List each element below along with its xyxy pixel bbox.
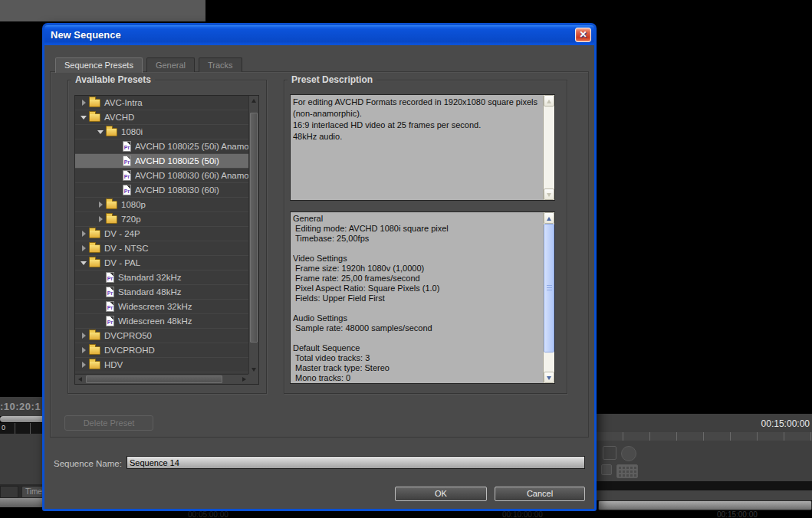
scroll-right-icon[interactable] bbox=[239, 375, 248, 384]
tree-item-label: AVCHD 1080i25 (50i) bbox=[135, 156, 219, 166]
tree-item[interactable]: Pr 1080i bbox=[75, 125, 248, 139]
timeline-ruler[interactable] bbox=[597, 432, 812, 441]
expander-icon[interactable] bbox=[112, 143, 123, 150]
expander-icon[interactable] bbox=[78, 361, 89, 369]
ok-button[interactable]: OK bbox=[395, 487, 487, 501]
folder-icon bbox=[89, 230, 100, 238]
expander-icon[interactable] bbox=[112, 186, 123, 194]
detail-line bbox=[293, 333, 542, 343]
keyframe-icon[interactable] bbox=[603, 446, 616, 460]
folder-icon bbox=[89, 259, 100, 267]
expander-icon[interactable] bbox=[78, 244, 89, 252]
expander-icon[interactable] bbox=[112, 157, 123, 165]
expander-icon[interactable] bbox=[95, 317, 106, 325]
close-button[interactable]: ✕ bbox=[575, 28, 591, 42]
dialog-titlebar[interactable]: New Sequence ✕ bbox=[44, 25, 594, 45]
tree-vscroll-thumb[interactable] bbox=[250, 113, 258, 343]
expander-icon[interactable] bbox=[95, 274, 106, 281]
dialog-title: New Sequence bbox=[51, 29, 121, 41]
delete-preset-button[interactable]: Delete Preset bbox=[64, 415, 153, 431]
expander-icon[interactable] bbox=[78, 259, 89, 267]
tree-item-label: 1080p bbox=[121, 200, 146, 209]
preset-file-icon: Pr bbox=[106, 301, 114, 312]
summary-scrollbar[interactable] bbox=[543, 95, 554, 200]
expander-icon[interactable] bbox=[95, 288, 106, 296]
magnet-icon[interactable] bbox=[621, 446, 636, 461]
tree-item[interactable]: Pr AVCHD 1080i30 (60i) bbox=[75, 183, 248, 198]
background-left-scrollbar[interactable] bbox=[0, 416, 42, 422]
scroll-down-icon[interactable] bbox=[544, 189, 554, 200]
scroll-up-icon[interactable] bbox=[249, 96, 258, 105]
folder-icon bbox=[89, 332, 100, 340]
preset-summary-text: For editing AVCHD Formats recorded in 19… bbox=[293, 97, 542, 198]
preset-file-icon: Pr bbox=[106, 272, 114, 283]
tree-item[interactable]: Pr DV - PAL bbox=[75, 256, 248, 270]
tree-item[interactable]: Pr AVCHD bbox=[75, 110, 248, 125]
cancel-button[interactable]: Cancel bbox=[495, 487, 585, 501]
preset-file-icon: Pr bbox=[106, 287, 114, 297]
background-horizontal-scrollbar[interactable] bbox=[598, 500, 812, 510]
scroll-left-icon[interactable] bbox=[75, 375, 84, 384]
detail-line: Timebase: 25,00fps bbox=[293, 234, 542, 244]
tree-item[interactable]: Pr Widescreen 32kHz bbox=[75, 300, 248, 314]
summary-line: 48kHz audio. bbox=[293, 131, 542, 143]
expander-icon[interactable] bbox=[95, 215, 106, 223]
timeline-display-settings-icon[interactable] bbox=[616, 464, 638, 478]
tree-item[interactable]: Pr DVCPROHD bbox=[75, 343, 248, 358]
expander-icon[interactable] bbox=[95, 201, 106, 208]
tree-item[interactable]: Pr DV - 24P bbox=[75, 227, 248, 241]
sequence-name-input[interactable] bbox=[127, 456, 585, 469]
details-scrollbar[interactable] bbox=[543, 212, 554, 383]
tree-item[interactable]: Pr AVCHD 1080i25 (50i) bbox=[75, 154, 248, 169]
scroll-down-icon[interactable] bbox=[249, 365, 258, 374]
expander-icon[interactable] bbox=[78, 332, 89, 339]
expander-icon[interactable] bbox=[78, 99, 89, 107]
scroll-up-icon[interactable] bbox=[544, 212, 554, 224]
expander-icon[interactable] bbox=[95, 303, 106, 310]
tree-item[interactable]: Pr DV - NTSC bbox=[75, 241, 248, 256]
preset-tree: Pr AVC-Intra Pr AVCHD Pr 1080i bbox=[74, 95, 259, 385]
expander-icon[interactable] bbox=[95, 128, 106, 136]
scroll-up-icon[interactable] bbox=[544, 95, 554, 107]
new-sequence-dialog: New Sequence ✕ Sequence PresetsGeneralTr… bbox=[42, 23, 597, 511]
tree-item[interactable]: Pr Standard 48kHz bbox=[75, 285, 248, 300]
tree-item[interactable]: Pr AVCHD 1080i25 (50i) Anamorp bbox=[75, 139, 248, 154]
tree-item[interactable]: Pr 720p bbox=[75, 212, 248, 227]
tree-item-label: HDV bbox=[104, 360, 123, 369]
folder-icon bbox=[106, 215, 117, 224]
preset-details-text: General Editing mode: AVCHD 1080i square… bbox=[293, 214, 542, 382]
timeline-tab[interactable]: Timelin bbox=[21, 486, 44, 498]
tree-item[interactable]: Pr Widescreen 48kHz bbox=[75, 314, 248, 329]
detail-line: General bbox=[293, 214, 542, 224]
tab[interactable]: Sequence Presets bbox=[55, 57, 143, 73]
tree-item[interactable]: Pr Standard 32kHz bbox=[75, 270, 248, 285]
tree-hscroll-thumb[interactable] bbox=[86, 375, 222, 383]
available-presets-label: Available Presets bbox=[71, 74, 155, 85]
snap-icon[interactable] bbox=[601, 464, 612, 475]
expander-icon[interactable] bbox=[78, 113, 89, 121]
tab[interactable]: General bbox=[146, 57, 195, 72]
tree-item[interactable]: Pr AVC-Intra bbox=[75, 96, 248, 110]
expander-icon[interactable] bbox=[78, 230, 89, 238]
background-timecode-right: 00:15:00:00 bbox=[761, 418, 810, 429]
background-tab-stub[interactable] bbox=[0, 486, 18, 498]
expander-icon[interactable] bbox=[112, 172, 123, 179]
details-scroll-thumb[interactable] bbox=[544, 224, 554, 352]
tree-item-label: Standard 32kHz bbox=[118, 273, 181, 282]
scroll-down-icon[interactable] bbox=[544, 372, 554, 383]
expander-icon[interactable] bbox=[78, 346, 89, 354]
summary-line: 16:9 interlaced HD video at 25 frames pe… bbox=[293, 120, 542, 131]
summary-line: (non-anamorphic). bbox=[293, 108, 542, 120]
tree-vertical-scrollbar[interactable] bbox=[248, 96, 258, 374]
tab[interactable]: Tracks bbox=[199, 57, 242, 72]
dialog-tabs: Sequence PresetsGeneralTracks bbox=[55, 57, 246, 72]
tree-item[interactable]: Pr HDV bbox=[75, 358, 248, 372]
background-timecode-left: :10:20:1 bbox=[0, 397, 42, 416]
preset-file-icon: Pr bbox=[106, 316, 114, 326]
background-divider bbox=[597, 481, 812, 490]
tree-horizontal-scrollbar[interactable] bbox=[75, 374, 248, 384]
tree-item[interactable]: Pr DVCPRO50 bbox=[75, 329, 248, 343]
tree-item[interactable]: Pr 1080p bbox=[75, 198, 248, 212]
detail-line: Sample rate: 48000 samples/second bbox=[293, 323, 542, 333]
tree-item[interactable]: Pr AVCHD 1080i30 (60i) Anamorp bbox=[75, 169, 248, 183]
